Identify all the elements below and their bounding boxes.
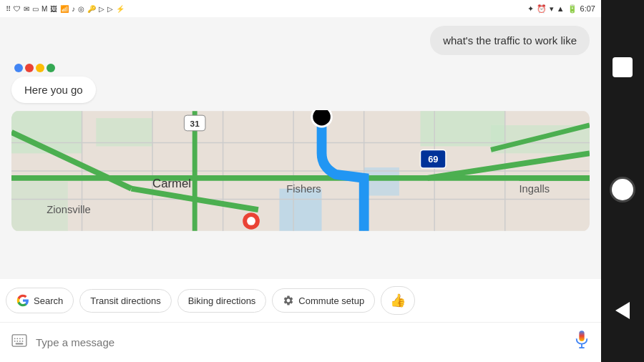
map-container[interactable]: 31 69 Zionsville Carmel Fishers Ingalls [11,110,590,232]
chat-area: what's the traffic to work like Here you… [0,17,601,279]
svg-text:Carmel: Carmel [152,177,191,190]
transit-directions-label: Transit directions [90,295,161,306]
biking-directions-label: Biking directions [188,295,256,306]
svg-point-31 [312,110,332,127]
transit-directions-button[interactable]: Transit directions [79,289,172,313]
wifi-full-icon: ▾ [550,4,554,14]
alarm-icon: ⏰ [537,4,547,14]
gear-icon [283,295,294,306]
user-message-bubble: what's the traffic to work like [430,26,590,55]
svg-text:69: 69 [428,154,438,165]
commute-setup-button[interactable]: Commute setup [272,288,375,313]
svg-rect-36 [12,335,26,346]
biking-directions-button[interactable]: Biking directions [177,289,267,313]
lightning-icon: ⚡ [116,5,125,13]
svg-rect-2 [96,118,152,146]
commute-setup-label: Commute setup [298,295,364,306]
grid-icon: ⠿ [6,5,11,13]
svg-rect-46 [579,331,584,341]
android-nav-panel [601,0,644,362]
image-icon: 🖼 [50,5,57,13]
dot-blue [14,64,23,72]
back-button[interactable] [615,302,630,319]
home-button[interactable] [610,177,635,202]
vpn-icon: 🔑 [87,5,96,13]
mic-icon[interactable] [574,331,590,355]
user-message-wrap: what's the traffic to work like [11,26,590,55]
recent-apps-button[interactable] [613,57,633,77]
email-icon: ✉ [24,5,29,13]
action-buttons-row: Search Transit directions Biking directi… [0,279,601,322]
search-button-label: Search [34,295,63,306]
dot-green [47,64,55,72]
tablet-icon: ▭ [32,5,39,13]
clock: 6:07 [580,4,595,13]
thumbs-up-icon: 👍 [390,293,406,308]
phone-screen: ⠿ 🛡 ✉ ▭ M 🖼 📶 ♪ ◎ 🔑 ▷ ▷ ⚡ ✦ ⏰ ▾ ▲ 🔋 6:07 [0,0,601,362]
wifi-icon: 📶 [60,5,69,13]
user-message-text: what's the traffic to work like [443,34,577,47]
message-input[interactable] [36,336,574,348]
assistant-response: Here you go [11,64,590,110]
thumbs-up-button[interactable]: 👍 [381,286,415,315]
location-icon: ◎ [78,5,84,13]
battery-icon: 🔋 [567,4,577,14]
signal-icon: ▲ [557,4,565,13]
bluetooth-icon: ✦ [527,4,534,14]
svg-point-30 [247,217,255,225]
google-g-icon [16,294,29,307]
play-icon: ▷ [99,5,104,13]
map-svg: 31 69 Zionsville Carmel Fishers Ingalls [11,110,590,232]
mail-icon: M [42,5,47,13]
status-bar: ⠿ 🛡 ✉ ▭ M 🖼 📶 ♪ ◎ 🔑 ▷ ▷ ⚡ ✦ ⏰ ▾ ▲ 🔋 6:07 [0,0,601,17]
search-button[interactable]: Search [6,288,74,313]
assistant-message-bubble: Here you go [11,77,96,103]
music-icon: ♪ [72,5,75,13]
keyboard-icon [11,334,27,351]
svg-text:Zionsville: Zionsville [47,204,91,215]
status-icons-right: ✦ ⏰ ▾ ▲ 🔋 6:07 [527,4,595,14]
input-bar [0,322,601,362]
svg-text:Ingalls: Ingalls [519,183,550,195]
dot-yellow [36,64,44,72]
shield-icon: 🛡 [14,5,21,13]
svg-text:31: 31 [190,119,200,129]
play2-icon: ▷ [107,5,113,13]
status-icons-left: ⠿ 🛡 ✉ ▭ M 🖼 📶 ♪ ◎ 🔑 ▷ ▷ ⚡ [6,5,125,13]
assistant-message-text: Here you go [24,84,83,96]
dot-red [25,64,34,72]
svg-text:Fishers: Fishers [286,183,321,195]
svg-rect-7 [364,167,399,195]
google-assistant-dots [14,64,55,72]
svg-rect-6 [279,189,321,231]
